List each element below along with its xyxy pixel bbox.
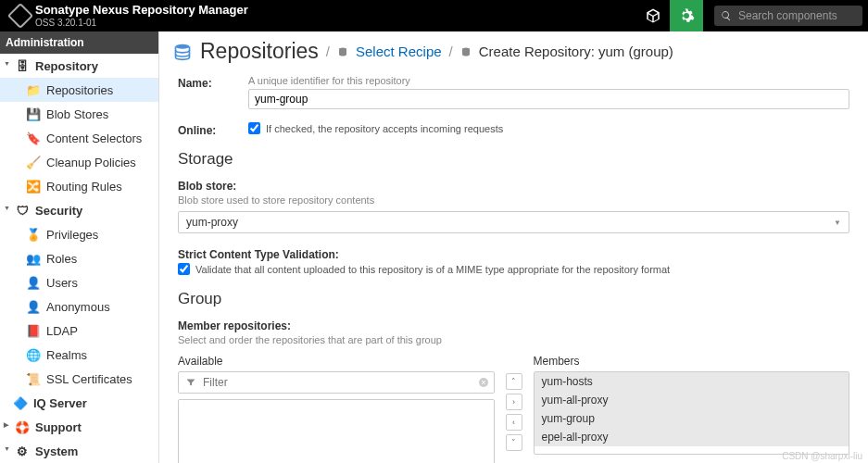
chevron-down-icon	[2, 60, 13, 71]
strict-desc: Validate that all content uploaded to th…	[195, 264, 670, 275]
field-online: Online: If checked, the repository accep…	[178, 122, 849, 137]
filter-icon	[185, 377, 196, 388]
name-desc: A unique identifier for this repository	[248, 75, 849, 86]
hdd-icon: 💾	[26, 106, 41, 121]
gear-icon: ⚙	[15, 444, 30, 458]
transfer-widget: Available ˄ › ‹ ˅	[178, 355, 849, 463]
filter-input[interactable]	[178, 371, 495, 394]
crumb-recipe[interactable]: Select Recipe	[356, 44, 442, 59]
strict-checkbox[interactable]	[178, 263, 190, 275]
chevron-down-icon	[2, 445, 13, 457]
watermark: CSDN @sharpxi-liu	[782, 451, 862, 461]
sidebar-label: Roles	[46, 252, 77, 266]
sidebar-item-anonymous[interactable]: 👤 Anonymous	[0, 294, 158, 319]
sidebar-group-repository[interactable]: 🗄 Repository	[0, 54, 158, 78]
sidebar-title: Administration	[0, 31, 158, 54]
sidebar-group-security[interactable]: 🛡 Security	[0, 198, 158, 222]
sidebar: Administration 🗄 Repository 📁 Repositori…	[0, 31, 159, 463]
sidebar-item-ldap[interactable]: 📕 LDAP	[0, 319, 158, 343]
group-heading: Group	[178, 290, 849, 308]
admin-mode-button[interactable]	[670, 0, 703, 31]
online-checkbox[interactable]	[248, 122, 260, 134]
browse-mode-button[interactable]	[636, 0, 670, 31]
field-member-repositories: Member repositories: Select and order th…	[178, 319, 849, 463]
tag-icon: 🔖	[26, 131, 41, 145]
move-down-button[interactable]: ˅	[506, 434, 522, 451]
sidebar-item-routing-rules[interactable]: 🔀 Routing Rules	[0, 174, 158, 198]
blob-desc: Blob store used to store repository cont…	[178, 194, 849, 206]
sidebar-label: Security	[35, 204, 82, 218]
members-title: Members	[534, 355, 850, 368]
broom-icon: 🧹	[26, 155, 41, 169]
sidebar-item-cleanup-policies[interactable]: 🧹 Cleanup Policies	[0, 150, 158, 174]
support-icon: 🛟	[15, 419, 30, 434]
available-title: Available	[178, 355, 495, 368]
field-blob-store: Blob store: Blob store used to store rep…	[178, 180, 849, 233]
sidebar-item-roles[interactable]: 👥 Roles	[0, 246, 158, 270]
online-label: Online:	[178, 122, 248, 137]
crumb-sep: /	[449, 44, 453, 59]
move-right-button[interactable]: ›	[506, 394, 522, 410]
database-icon	[172, 43, 193, 61]
name-label: Name:	[178, 75, 248, 90]
field-strict-validation: Strict Content Type Validation: Validate…	[178, 248, 849, 275]
sidebar-scroll: 🗄 Repository 📁 Repositories 💾 Blob Store…	[0, 54, 158, 463]
blob-value: yum-proxy	[186, 216, 238, 229]
sidebar-item-content-selectors[interactable]: 🔖 Content Selectors	[0, 126, 158, 150]
search-box	[714, 6, 862, 26]
sidebar-group-system[interactable]: ⚙ System	[0, 439, 158, 463]
sidebar-label: SSL Certificates	[46, 372, 132, 386]
user-icon: 👤	[26, 275, 41, 290]
name-input[interactable]	[248, 89, 849, 109]
nexus-logo	[7, 3, 33, 29]
crumb-current: Create Repository: yum (group)	[479, 44, 673, 59]
search-icon	[721, 10, 732, 21]
sidebar-label: IQ Server	[33, 396, 87, 410]
anon-icon: 👤	[26, 299, 41, 314]
search-input[interactable]	[714, 6, 862, 26]
sidebar-label: Content Selectors	[46, 131, 142, 145]
members-column: Members yum-hostsyum-all-proxyyum-groupe…	[534, 355, 850, 463]
list-item[interactable]: yum-all-proxy	[535, 391, 849, 409]
crumb-root[interactable]: Repositories	[200, 39, 319, 64]
sidebar-item-blob-stores[interactable]: 💾 Blob Stores	[0, 102, 158, 126]
chevron-down-icon	[2, 205, 13, 216]
members-list[interactable]: yum-hostsyum-all-proxyyum-groupepel-all-…	[534, 371, 850, 455]
available-list[interactable]	[178, 399, 495, 463]
sidebar-label: System	[35, 444, 78, 458]
move-up-button[interactable]: ˄	[506, 373, 522, 390]
badge-icon: 🏅	[26, 227, 41, 242]
sidebar-item-users[interactable]: 👤 Users	[0, 270, 158, 294]
list-item[interactable]: epel-all-proxy	[535, 428, 849, 446]
shield-icon: 🛡	[15, 203, 30, 218]
iq-icon: 🔷	[13, 395, 28, 410]
list-item[interactable]: yum-group	[535, 409, 849, 428]
gear-icon	[678, 7, 695, 24]
sidebar-item-ssl-certificates[interactable]: 📜 SSL Certificates	[0, 367, 158, 391]
cube-icon	[645, 7, 661, 24]
sidebar-label: Users	[46, 276, 78, 290]
sidebar-label: Repositories	[46, 83, 113, 97]
repo-form: Name: A unique identifier for this repos…	[159, 71, 868, 463]
sidebar-label: Support	[35, 420, 82, 434]
brand-version: OSS 3.20.1-01	[35, 18, 248, 28]
svg-point-0	[176, 44, 190, 48]
user-role-icon: 👥	[26, 251, 41, 266]
sidebar-item-repositories[interactable]: 📁 Repositories	[0, 78, 158, 102]
chevron-right-icon	[2, 421, 13, 432]
clear-icon[interactable]	[478, 377, 489, 388]
sidebar-group-support[interactable]: 🛟 Support	[0, 415, 158, 439]
sidebar-group-iq-server[interactable]: 🔷 IQ Server	[0, 391, 158, 415]
sidebar-item-realms[interactable]: 🌐 Realms	[0, 343, 158, 367]
crumb-sep: /	[326, 44, 330, 59]
list-item[interactable]: yum-hosts	[535, 372, 849, 391]
blob-select[interactable]: yum-proxy	[178, 211, 849, 233]
cert-icon: 📜	[26, 371, 41, 386]
sidebar-item-privileges[interactable]: 🏅 Privileges	[0, 222, 158, 246]
main-container: Administration 🗄 Repository 📁 Repositori…	[0, 31, 868, 463]
sidebar-label: Blob Stores	[46, 107, 108, 121]
top-header: Sonatype Nexus Repository Manager OSS 3.…	[0, 0, 868, 31]
member-desc: Select and order the repositories that a…	[178, 334, 849, 345]
sidebar-label: Realms	[46, 348, 87, 362]
move-left-button[interactable]: ‹	[506, 414, 522, 431]
